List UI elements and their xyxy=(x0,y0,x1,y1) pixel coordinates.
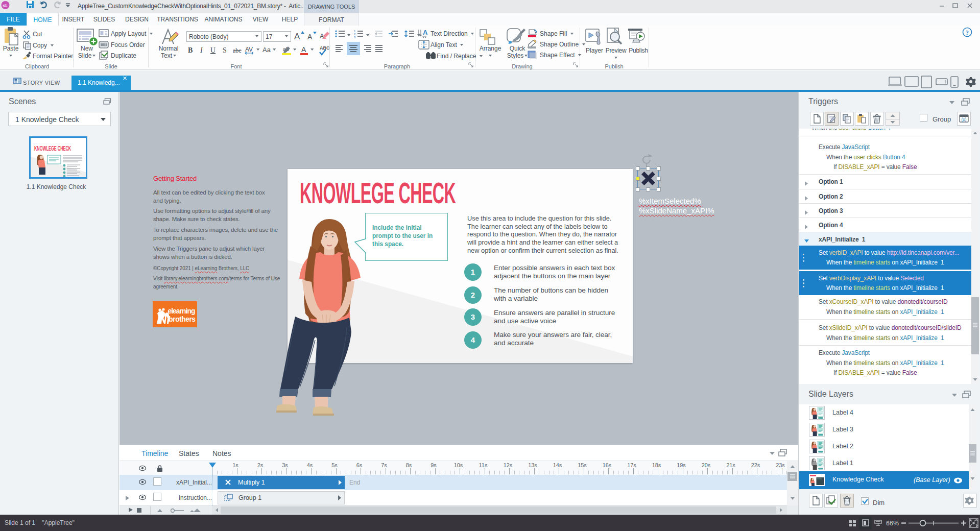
svg-text:A: A xyxy=(307,33,313,41)
svg-text:sL: sL xyxy=(3,3,8,8)
svg-text:(x): (x) xyxy=(962,117,967,122)
svg-text:S: S xyxy=(223,46,227,54)
svg-text:U: U xyxy=(210,46,216,54)
svg-text:abc: abc xyxy=(233,47,242,54)
svg-text:I: I xyxy=(200,46,203,54)
svg-text:66%: 66% xyxy=(886,520,899,527)
svg-text:KNOWLEGE CHECK: KNOWLEGE CHECK xyxy=(34,145,71,152)
svg-text:brothers: brothers xyxy=(169,315,196,323)
svg-text:A: A xyxy=(423,29,428,36)
svg-text:elearning: elearning xyxy=(168,306,195,315)
svg-text:B: B xyxy=(188,46,193,54)
svg-text:3: 3 xyxy=(354,36,356,39)
svg-text:Aa: Aa xyxy=(262,46,271,54)
svg-text:A: A xyxy=(301,45,306,54)
svg-text:A: A xyxy=(294,32,300,41)
